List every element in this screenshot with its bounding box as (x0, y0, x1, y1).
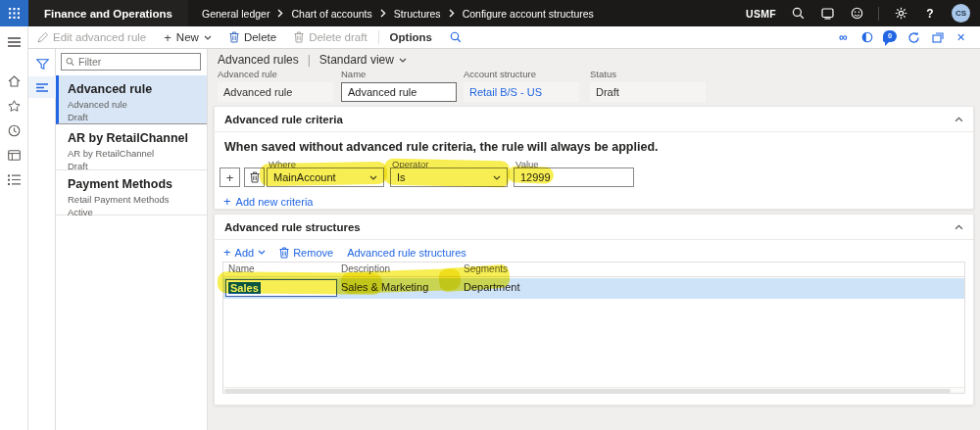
feedback-smiley-icon[interactable] (849, 6, 864, 22)
chevron-down-icon (369, 175, 377, 180)
column-header-description[interactable]: Description (341, 263, 390, 274)
add-criteria-row-button[interactable]: + (220, 167, 240, 187)
task-recorder-icon[interactable] (819, 6, 835, 22)
grid-toolbar: + Add Remove Advanced rule structures (223, 245, 466, 260)
delete-criteria-row-button[interactable] (244, 167, 265, 187)
hamburger-menu-icon[interactable] (0, 31, 27, 53)
chevron-down-icon (258, 250, 266, 255)
grid-row-selected[interactable]: Sales Sales & Marketing Department (223, 278, 964, 299)
list-tools-strip (28, 49, 56, 430)
attachments-icon[interactable]: ∞ (836, 30, 851, 45)
trash-icon (250, 171, 260, 183)
scrollbar-thumb[interactable] (224, 389, 951, 393)
list-view-toggle-icon[interactable] (28, 76, 56, 98)
where-dropdown[interactable]: MainAccount (267, 167, 384, 187)
pencil-icon (37, 32, 48, 43)
list-item[interactable]: AR by RetailChannel AR by RetailChannel … (56, 124, 207, 170)
filter-input-wrapper (61, 53, 201, 71)
plus-icon: + (223, 245, 231, 260)
company-selector[interactable]: USMF (746, 8, 776, 20)
description-cell[interactable]: Sales & Marketing (341, 281, 428, 293)
structures-section-header[interactable]: Advanced rule structures (215, 215, 973, 240)
trash-icon (279, 247, 289, 259)
operator-dropdown[interactable]: Is (390, 167, 508, 187)
advanced-rule-structures-link[interactable]: Advanced rule structures (347, 247, 466, 259)
breadcrumb-item-current[interactable]: Configure account structures (463, 8, 594, 20)
status-badge: Active (68, 207, 197, 217)
grid-remove-button[interactable]: Remove (279, 247, 333, 259)
help-icon[interactable]: ? (922, 6, 938, 22)
account-structure-link[interactable]: Retail B/S - US (464, 82, 579, 102)
options-menu-button[interactable]: Options (381, 26, 441, 48)
grid-header-row: Name Description Segments (223, 263, 964, 277)
search-icon (66, 57, 74, 67)
chevron-right-icon (380, 9, 386, 18)
toolbar-search-icon[interactable] (441, 26, 470, 48)
edit-advanced-rule-button[interactable]: Edit advanced rule (28, 26, 155, 48)
name-field: Name (341, 69, 457, 102)
breadcrumb-item[interactable]: Chart of accounts (291, 8, 371, 20)
plus-icon: + (226, 170, 234, 185)
delete-draft-button[interactable]: Delete draft (285, 26, 375, 48)
messages-count-badge: 0 (883, 30, 897, 42)
structures-grid: Name Description Segments Sales Sales & … (222, 262, 965, 394)
plus-icon: + (223, 194, 231, 209)
chevron-down-icon (204, 35, 212, 40)
breadcrumb: General ledger Chart of accounts Structu… (188, 8, 746, 20)
filter-funnel-icon[interactable] (28, 53, 56, 74)
settings-gear-icon[interactable] (893, 6, 908, 22)
close-icon[interactable]: ✕ (954, 30, 968, 45)
workspaces-icon[interactable] (0, 144, 27, 166)
horizontal-scrollbar[interactable] (223, 387, 964, 393)
account-structure-field: Account structure Retail B/S - US (464, 69, 579, 102)
grid-add-button[interactable]: + Add (223, 245, 266, 260)
topbar-divider (878, 7, 879, 21)
criteria-section-header[interactable]: Advanced rule criteria (215, 107, 973, 132)
favorites-star-icon[interactable] (0, 95, 27, 117)
advanced-rule-criteria-section: Advanced rule criteria When saved withou… (214, 106, 974, 210)
chevron-down-icon (493, 175, 501, 180)
trash-icon (229, 31, 239, 43)
breadcrumb-item[interactable]: General ledger (202, 8, 270, 20)
page-header: Advanced rules | Standard view (218, 53, 407, 67)
column-header-segments[interactable]: Segments (464, 263, 508, 274)
page-title: Advanced rules (218, 53, 299, 67)
chevron-up-icon (955, 224, 963, 230)
app-title[interactable]: Finance and Operations (28, 0, 188, 26)
top-navigation-bar: Finance and Operations General ledger Ch… (0, 0, 980, 26)
chevron-right-icon (277, 9, 283, 18)
delete-button[interactable]: Delete (220, 26, 285, 48)
toolbar-divider (378, 30, 379, 44)
segments-cell[interactable]: Department (464, 281, 519, 293)
popout-icon[interactable] (930, 30, 945, 45)
name-input[interactable] (341, 82, 457, 102)
sidepane-icon[interactable] (859, 30, 874, 45)
advanced-rule-field: Advanced rule Advanced rule (218, 69, 333, 102)
column-header-name[interactable]: Name (228, 263, 255, 274)
app-launcher-waffle-icon[interactable] (0, 0, 28, 26)
breadcrumb-item[interactable]: Structures (394, 8, 441, 20)
new-button[interactable]: + New (155, 26, 220, 48)
value-input[interactable] (514, 167, 634, 187)
advanced-rule-structures-section: Advanced rule structures + Add Remove Ad… (214, 214, 974, 406)
selected-text: Sales (228, 282, 261, 294)
list-item[interactable]: Payment Methods Retail Payment Methods A… (56, 170, 207, 215)
trash-icon (294, 31, 304, 43)
user-avatar[interactable]: CS (952, 4, 970, 23)
topbar-actions: USMF ? CS (746, 4, 980, 23)
chevron-down-icon (399, 58, 407, 63)
add-new-criteria-link[interactable]: + Add new criteria (223, 194, 313, 209)
status-field: Status Draft (590, 69, 706, 102)
search-icon[interactable] (790, 6, 806, 22)
home-icon[interactable] (0, 71, 27, 92)
filter-input[interactable] (78, 56, 196, 68)
recent-clock-icon[interactable] (0, 119, 27, 141)
main-content: Advanced rules | Standard view Advanced … (208, 49, 980, 430)
list-item[interactable]: Advanced rule Advanced rule Draft (56, 75, 207, 124)
messages-bubble-icon[interactable]: 0 (883, 30, 898, 45)
view-selector[interactable]: Standard view (319, 53, 407, 67)
modules-list-icon[interactable] (0, 168, 27, 190)
action-pane: Edit advanced rule + New Delete Delete d… (28, 26, 980, 49)
name-cell-editor[interactable]: Sales (225, 279, 337, 297)
refresh-icon[interactable] (906, 30, 921, 45)
